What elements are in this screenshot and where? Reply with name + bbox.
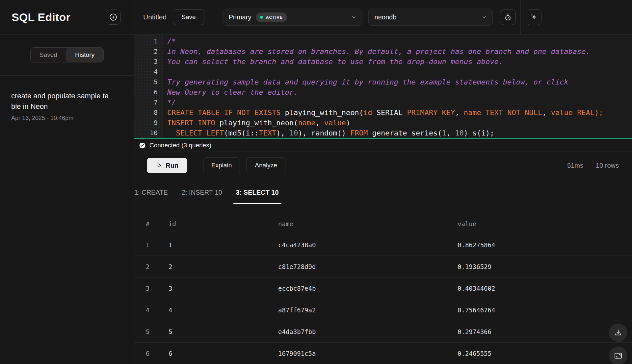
play-icon — [156, 162, 162, 169]
save-button[interactable]: Save — [173, 9, 204, 25]
toolbar-divider — [195, 158, 195, 173]
database-select[interactable]: neondb — [368, 9, 493, 26]
line-number: 3 — [134, 57, 163, 67]
results-spacer — [134, 206, 632, 214]
table-cell: 2 — [134, 256, 161, 277]
code-line: SELECT LEFT(md5(i::TEXT), 10), random() … — [167, 128, 632, 138]
table-cell: 2 — [161, 263, 272, 270]
new-query-button[interactable] — [106, 10, 121, 25]
column-header-name: name — [272, 220, 451, 228]
table-cell: 5 — [161, 328, 272, 335]
code-line: Try generating sample data and querying … — [167, 77, 632, 87]
line-number: 1 — [134, 36, 163, 46]
download-results-button[interactable] — [609, 324, 627, 342]
line-number: 4 — [134, 67, 163, 77]
branch-select[interactable]: Primary ACTIVE — [223, 9, 362, 26]
code-line: You can select the branch and database t… — [167, 57, 632, 67]
topbar-divider — [520, 0, 521, 35]
chevron-down-icon — [351, 14, 357, 20]
chevron-down-icon — [481, 14, 487, 20]
sidebar: SQL Editor SavedHistory create and popul… — [0, 0, 134, 364]
sidebar-header: SQL Editor — [0, 0, 134, 35]
table-cell: 0.2974366 — [451, 328, 632, 335]
branch-status-badge: ACTIVE — [256, 12, 287, 22]
topbar-divider — [213, 0, 213, 35]
line-number: 6 — [134, 87, 163, 97]
column-header-row-number: # — [134, 214, 161, 234]
plus-circle-icon — [109, 13, 118, 21]
table-cell: 4 — [161, 306, 272, 314]
table-cell: 3 — [161, 285, 272, 292]
table-row[interactable]: 22c81e728d9d0.1936529 — [134, 256, 632, 278]
result-tab-3-select-10[interactable]: 3: SELECT 10 — [236, 179, 279, 206]
table-row[interactable]: 661679091c5a0.2465555 — [134, 343, 632, 364]
saved-history-toggle: SavedHistory — [30, 47, 104, 62]
active-status-dot — [260, 16, 263, 19]
sparkles-icon — [530, 13, 538, 21]
line-number: 5 — [134, 77, 163, 87]
query-row-count: 10 rows — [596, 162, 619, 169]
table-cell: 0.86275864 — [451, 241, 632, 249]
table-row[interactable]: 11c4ca4238a00.86275864 — [134, 234, 632, 256]
query-meta: 51ms 10 rows — [567, 162, 619, 169]
sidebar-tabs-row: SavedHistory — [0, 35, 134, 76]
query-history-time-button[interactable] — [500, 9, 516, 25]
ai-assist-button[interactable] — [526, 9, 541, 25]
query-toolbar: Run Explain Analyze 51ms 10 rows — [134, 152, 632, 179]
page-title: SQL Editor — [12, 11, 70, 24]
branch-status-label: ACTIVE — [266, 15, 282, 20]
result-tab-1-create[interactable]: 1: CREATE — [134, 179, 168, 206]
sidebar-tab-history[interactable]: History — [66, 48, 103, 62]
query-duration: 51ms — [567, 162, 583, 169]
stopwatch-icon — [504, 13, 512, 21]
code-area[interactable]: /*In Neon, databases are stored on branc… — [163, 35, 632, 138]
main-panel: Untitled Save Primary ACTIVE neondb — [134, 0, 632, 364]
history-item[interactable]: create and populate sample table in Neon… — [11, 91, 134, 122]
table-cell: c81e728d9d — [272, 263, 451, 270]
results-table: #idnamevalue 11c4ca4238a00.8627586422c81… — [134, 214, 632, 364]
code-line: */ — [167, 97, 632, 108]
table-row[interactable]: 55e4da3b7fbb0.2974366 — [134, 321, 632, 343]
history-list: create and populate sample table in Neon… — [0, 76, 134, 122]
run-button-label: Run — [166, 162, 178, 169]
sql-editor-app: SQL Editor SavedHistory create and popul… — [0, 0, 632, 364]
code-line: INSERT INTO playing_with_neon(name, valu… — [167, 118, 632, 128]
code-line — [167, 67, 632, 77]
database-name: neondb — [375, 13, 397, 21]
table-cell: 3 — [134, 278, 161, 299]
code-line: /* — [167, 36, 632, 46]
code-line: In Neon, databases are stored on branche… — [167, 46, 632, 57]
results-table-body: 11c4ca4238a00.8627586422c81e728d9d0.1936… — [134, 234, 632, 364]
result-tab-2-insert-10[interactable]: 2: INSERT 10 — [182, 179, 222, 206]
expand-results-button[interactable] — [609, 347, 627, 364]
branch-name: Primary — [229, 13, 251, 21]
table-cell: 1 — [161, 241, 272, 249]
column-header-value: value — [451, 220, 632, 228]
line-number: 2 — [134, 46, 163, 57]
table-cell: 4 — [134, 299, 161, 321]
run-button[interactable]: Run — [147, 158, 187, 173]
result-tabs: 1: CREATE2: INSERT 103: SELECT 10 — [134, 179, 632, 206]
expand-icon — [614, 351, 623, 360]
table-cell: 0.1936529 — [451, 263, 632, 270]
table-row[interactable]: 33eccbc87e4b0.40344602 — [134, 278, 632, 299]
line-number: 7 — [134, 97, 163, 108]
table-cell: 0.75646764 — [451, 306, 632, 314]
table-cell: 0.40344602 — [451, 285, 632, 292]
table-cell: 1 — [134, 234, 161, 255]
connection-status-text: Connected (3 queries) — [149, 142, 211, 149]
download-icon — [614, 328, 622, 337]
table-cell: e4da3b7fbb — [272, 328, 451, 335]
table-cell: 6 — [134, 343, 161, 364]
results-table-header: #idnamevalue — [134, 214, 632, 234]
table-cell: 1679091c5a — [272, 350, 451, 357]
explain-button[interactable]: Explain — [203, 158, 240, 173]
history-item-timestamp: Apr 16, 2025 - 10:46pm — [11, 115, 134, 122]
table-cell: 6 — [161, 350, 272, 357]
table-row[interactable]: 44a87ff679a20.75646764 — [134, 299, 632, 321]
query-name: Untitled — [143, 13, 167, 21]
code-line: CREATE TABLE IF NOT EXISTS playing_with_… — [167, 108, 632, 118]
connection-status-row: Connected (3 queries) — [134, 139, 632, 152]
analyze-button[interactable]: Analyze — [247, 158, 285, 173]
sidebar-tab-saved[interactable]: Saved — [31, 48, 66, 62]
